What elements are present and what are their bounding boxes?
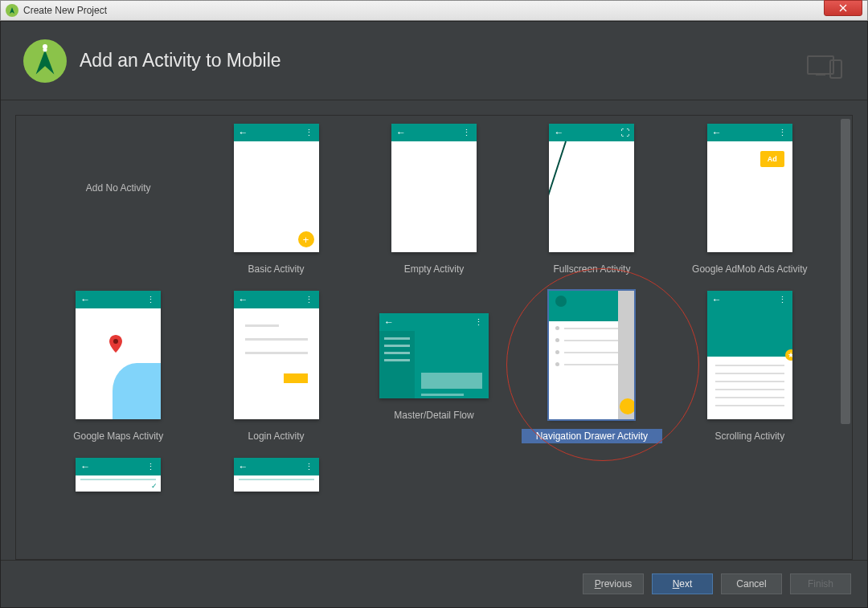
tile-empty-activity[interactable]: ←⋮ Empty Activity [364, 124, 504, 276]
tile-login-activity[interactable]: ←⋮ Login Activity [206, 291, 346, 443]
svg-rect-2 [830, 60, 841, 78]
app-icon [6, 4, 18, 17]
cancel-button[interactable]: Cancel [721, 573, 782, 594]
more-icon: ⋮ [305, 462, 314, 472]
tile-label: Login Activity [244, 429, 309, 443]
more-icon: ⋮ [305, 128, 314, 138]
tile-add-no-activity[interactable]: Add No Activity [48, 124, 188, 276]
fullscreen-icon: ⛶ [620, 128, 629, 137]
android-studio-icon [23, 39, 67, 83]
tile-navigation-drawer-activity[interactable]: ⋮ Navigation Drawer Activity [522, 291, 661, 443]
finish-button: Finish [790, 573, 851, 594]
check-icon: ✓ [151, 482, 158, 490]
fab-icon: + [298, 231, 314, 247]
back-arrow-icon: ← [384, 316, 394, 328]
svg-rect-3 [816, 74, 825, 75]
tile-label: Basic Activity [244, 262, 309, 276]
svg-point-0 [43, 47, 47, 51]
gallery-container: Add No Activity ←⋮ + Basic Activity ←⋮ E [15, 115, 853, 560]
more-icon: ⋮ [474, 317, 484, 328]
back-arrow-icon: ← [80, 294, 90, 305]
fab-icon [620, 398, 634, 414]
tile-label: Add No Activity [86, 182, 151, 194]
activity-gallery: Add No Activity ←⋮ + Basic Activity ←⋮ E [16, 116, 852, 500]
tile-label: Master/Detail Flow [389, 408, 478, 422]
tile-label: Fullscreen Activity [548, 262, 635, 276]
tile-label: Empty Activity [399, 262, 469, 276]
scrollbar-thumb[interactable] [841, 119, 850, 424]
dialog-footer: Previous Next Cancel Finish [1, 560, 867, 606]
tile-label: Google Maps Activity [68, 429, 168, 443]
avatar-icon [555, 296, 567, 307]
more-icon: ⋮ [778, 295, 788, 305]
tile-master-detail-flow[interactable]: ←⋮ Master/Detail Flow [364, 291, 504, 443]
back-arrow-icon: ← [80, 461, 90, 472]
back-arrow-icon: ← [239, 127, 248, 138]
tile-fullscreen-activity[interactable]: ←⛶ Fullscreen Activity [522, 124, 661, 276]
tile-google-maps-activity[interactable]: ←⋮ Google Maps Activity [48, 291, 188, 443]
next-button[interactable]: Next [652, 573, 713, 594]
more-icon: ⋮ [146, 295, 156, 305]
dialog-window: Add an Activity to Mobile Add No Activit… [0, 21, 868, 608]
star-icon: ★ [785, 349, 792, 361]
vertical-scrollbar[interactable] [841, 117, 850, 557]
back-arrow-icon: ← [712, 294, 722, 305]
tile-label: Scrolling Activity [710, 429, 789, 443]
tile-admob-activity[interactable]: ←⋮ Ad Google AdMob Ads Activity [680, 124, 820, 276]
window-title: Create New Project [23, 5, 867, 16]
tile-scrolling-activity[interactable]: ←⋮ ★ Scrolling Activity [680, 291, 820, 443]
previous-button[interactable]: Previous [583, 573, 644, 594]
more-icon: ⋮ [778, 128, 788, 138]
content-area: Add No Activity ←⋮ + Basic Activity ←⋮ E [1, 100, 867, 560]
more-icon: ⋮ [462, 128, 472, 138]
page-dots-icon [549, 243, 634, 246]
more-icon: ⋮ [146, 462, 156, 472]
page-title: Add an Activity to Mobile [80, 50, 281, 71]
dialog-header: Add an Activity to Mobile [1, 22, 867, 100]
map-pin-icon [109, 335, 122, 357]
tile-partial-1[interactable]: ←⋮ ✓ [48, 458, 188, 492]
tile-label: Google AdMob Ads Activity [687, 262, 812, 276]
back-arrow-icon: ← [239, 294, 248, 305]
title-bar: Create New Project [0, 0, 868, 21]
more-icon: ⋮ [305, 295, 314, 305]
svg-point-4 [113, 339, 118, 344]
tile-basic-activity[interactable]: ←⋮ + Basic Activity [206, 124, 346, 276]
ad-badge-icon: Ad [760, 151, 784, 167]
devices-icon [806, 54, 845, 83]
back-arrow-icon: ← [554, 127, 563, 138]
close-button[interactable] [824, 0, 862, 16]
back-arrow-icon: ← [396, 127, 406, 138]
tile-label: Navigation Drawer Activity [522, 429, 661, 443]
tile-partial-2[interactable]: ←⋮ [206, 458, 346, 492]
back-arrow-icon: ← [712, 127, 722, 138]
back-arrow-icon: ← [239, 461, 248, 472]
